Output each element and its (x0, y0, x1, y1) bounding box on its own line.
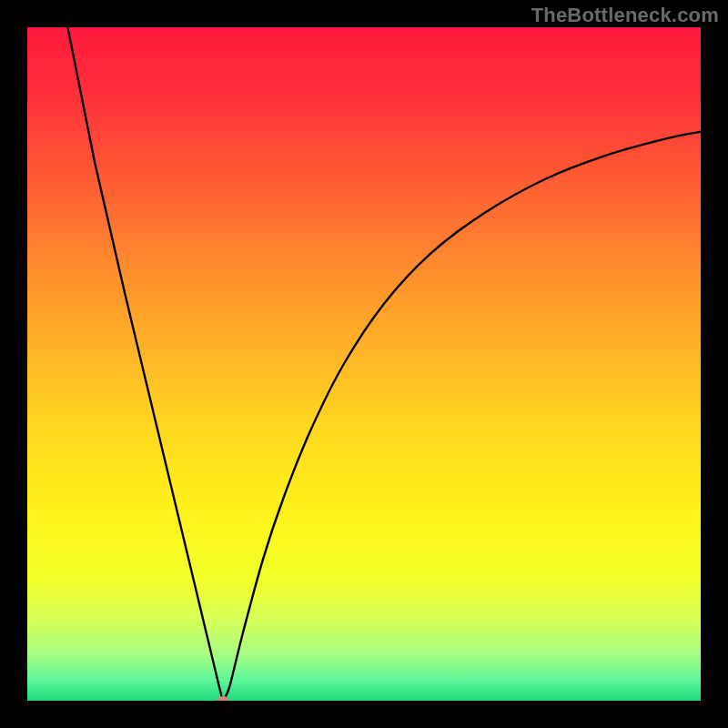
watermark-text: TheBottleneck.com (531, 4, 719, 27)
svg-rect-0 (27, 27, 701, 701)
plot-area (27, 27, 701, 701)
gradient-background (27, 27, 701, 701)
chart-frame: TheBottleneck.com (0, 0, 728, 728)
optimal-marker (217, 696, 229, 701)
